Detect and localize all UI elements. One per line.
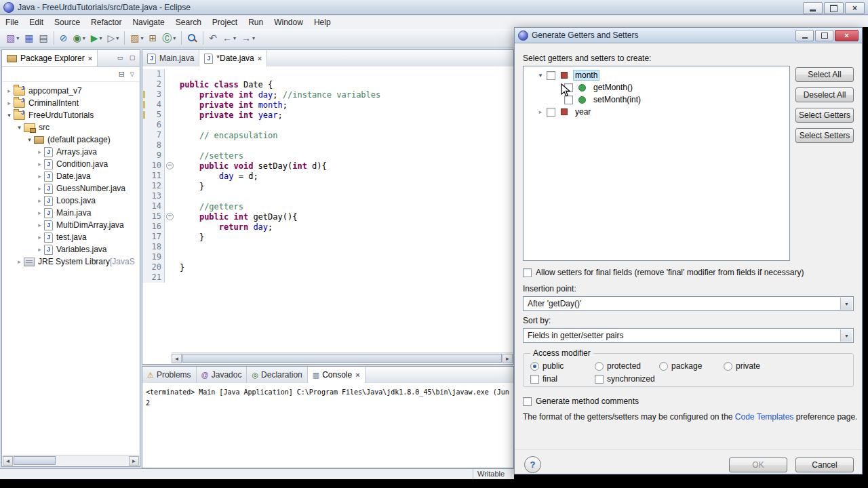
collapse-all-icon[interactable]: ⊟ [119,70,125,79]
tab-javadoc[interactable]: @Javadoc [197,367,248,383]
collapsed-arrow-icon[interactable]: ▸ [35,185,44,192]
expanded-arrow-icon[interactable]: ▾ [15,124,24,131]
editor-tab-date-java[interactable]: J*Date.java× [199,50,267,66]
tree-item-loops-java[interactable]: ▸JLoops.java [2,195,140,207]
insertion-point-combo[interactable]: After 'getDay()' [523,296,854,311]
collapsed-arrow-icon[interactable]: ▸ [534,108,547,115]
select-all-button[interactable]: Select All [795,67,854,82]
scrollbar-thumb[interactable] [14,456,56,465]
tree-item-appcompat-v7[interactable]: ▸appcompat_v7 [2,85,140,97]
menu-run[interactable]: Run [243,16,269,28]
minimize-button[interactable] [803,2,823,14]
collapse-fold-icon[interactable] [166,213,174,220]
save-button[interactable]: ▦ [22,30,36,45]
menu-edit[interactable]: Edit [24,16,49,28]
collapsed-arrow-icon[interactable]: ▸ [35,161,44,167]
menu-project[interactable]: Project [207,16,243,28]
tab-package-explorer[interactable]: Package Explorer × [2,50,98,66]
tree-item-criminalintent[interactable]: ▸CriminalIntent [2,97,140,109]
collapsed-arrow-icon[interactable]: ▸ [35,148,44,155]
run-button[interactable]: ▶▾ [88,30,105,45]
select-setters-button[interactable]: Select Setters [795,128,854,143]
radio-public[interactable]: public [530,361,595,371]
back-button[interactable]: ←▾ [220,30,239,45]
tree-item-main-java[interactable]: ▸JMain.java [2,207,140,219]
scroll-right-icon[interactable]: ► [129,456,139,466]
tree-item-src[interactable]: ▾src [2,121,140,134]
tree-item-freeurdututorials[interactable]: ▾FreeUrduTutorials [2,109,140,121]
print-button[interactable]: ▤ [36,30,50,45]
radio-private[interactable]: private [724,361,788,371]
menu-source[interactable]: Source [49,16,85,28]
select-getters-button[interactable]: Select Getters [795,108,854,123]
ok-button[interactable]: OK [729,458,787,472]
tree-item-date-java[interactable]: ▸JDate.java [2,170,140,182]
tree-item-arrays-java[interactable]: ▸JArrays.java [2,146,140,158]
new-wizard-button[interactable]: ▧▾ [3,30,22,45]
generate-comments-checkbox[interactable]: Generate method comments [523,396,639,406]
scroll-right-icon[interactable]: ► [502,354,513,363]
console-content[interactable]: <terminated> Main [Java Application] C:\… [142,383,513,468]
external-tools-button[interactable]: ▷▾ [104,30,121,45]
forward-button[interactable]: →▾ [239,30,258,45]
maximize-view-icon[interactable]: ▢ [127,53,137,62]
help-button[interactable]: ? [524,456,541,473]
allow-setters-checkbox[interactable]: Allow setters for final fields (remove '… [523,268,804,277]
expanded-arrow-icon[interactable]: ▾ [534,72,547,79]
menu-navigate[interactable]: Navigate [127,16,170,28]
scroll-left-icon[interactable]: ◄ [3,456,13,466]
checkbox-final[interactable]: final [530,374,595,384]
tab-problems[interactable]: ⚠Problems [142,367,197,383]
new-package-button[interactable]: ⊞ [146,30,160,45]
tree-item-jre-system-library[interactable]: ▸JRE System Library [JavaS [2,256,140,268]
checkbox[interactable] [547,71,555,80]
collapse-fold-icon[interactable] [166,162,174,169]
skip-breakpoints-button[interactable]: ⊘ [57,30,71,45]
deselect-all-button[interactable]: Deselect All [795,87,854,102]
dialog-maximize-button[interactable] [815,30,833,41]
checkbox-synchronized[interactable]: synchronized [595,374,659,384]
tree-item-multidimarray-java[interactable]: ▸JMultiDimArray.java [2,219,140,231]
tab-console[interactable]: ▥Console× [308,367,366,383]
close-button[interactable]: × [845,2,865,14]
collapsed-arrow-icon[interactable]: ▸ [15,258,24,265]
package-explorer-hscrollbar[interactable]: ◄ ► [3,455,139,466]
last-edit-location-button[interactable]: ↶ [206,30,220,45]
collapsed-arrow-icon[interactable]: ▸ [5,100,14,106]
tree-item-variables-java[interactable]: ▸JVariables.java [2,243,140,256]
sort-by-combo[interactable]: Fields in getter/setter pairs [523,328,854,343]
checkbox[interactable] [547,108,555,117]
menu-help[interactable]: Help [309,16,336,28]
expanded-arrow-icon[interactable]: ▾ [5,112,14,119]
tree-item-guessnumber-java[interactable]: ▸JGuessNumber.java [2,182,140,195]
close-tab-icon[interactable]: × [355,371,359,379]
search-button[interactable] [184,30,200,45]
minimize-view-icon[interactable]: ▭ [115,53,125,62]
menu-window[interactable]: Window [269,16,309,28]
code-templates-link[interactable]: Code Templates [735,412,794,422]
maximize-button[interactable] [824,2,844,14]
debug-button[interactable]: ◉▾ [70,30,87,45]
collapsed-arrow-icon[interactable]: ▸ [35,209,44,216]
dialog-tree-item-month[interactable]: ▾month [524,69,789,81]
dialog-close-button[interactable]: × [835,30,859,41]
cancel-button[interactable]: Cancel [795,458,854,472]
close-view-icon[interactable]: × [88,54,92,62]
collapsed-arrow-icon[interactable]: ▸ [35,197,44,204]
new-class-button[interactable]: Ⓒ▾ [159,30,178,45]
new-java-project-button[interactable]: ▨▾ [127,30,146,45]
close-tab-icon[interactable]: × [258,54,262,62]
view-menu-icon[interactable]: ▽ [130,71,134,77]
radio-protected[interactable]: protected [595,361,659,371]
collapsed-arrow-icon[interactable]: ▸ [35,173,44,180]
menu-search[interactable]: Search [170,16,207,28]
collapsed-arrow-icon[interactable]: ▸ [35,234,44,241]
collapsed-arrow-icon[interactable]: ▸ [35,246,44,253]
dialog-tree-item-year[interactable]: ▸year [524,106,789,118]
tree-item-default-package[interactable]: ▾(default package) [2,134,140,146]
radio-package[interactable]: package [659,361,724,371]
menu-file[interactable]: File [0,16,24,28]
editor-tab-main-java[interactable]: JMain.java [142,50,199,66]
expanded-arrow-icon[interactable]: ▾ [25,136,34,143]
collapsed-arrow-icon[interactable]: ▸ [5,87,14,94]
